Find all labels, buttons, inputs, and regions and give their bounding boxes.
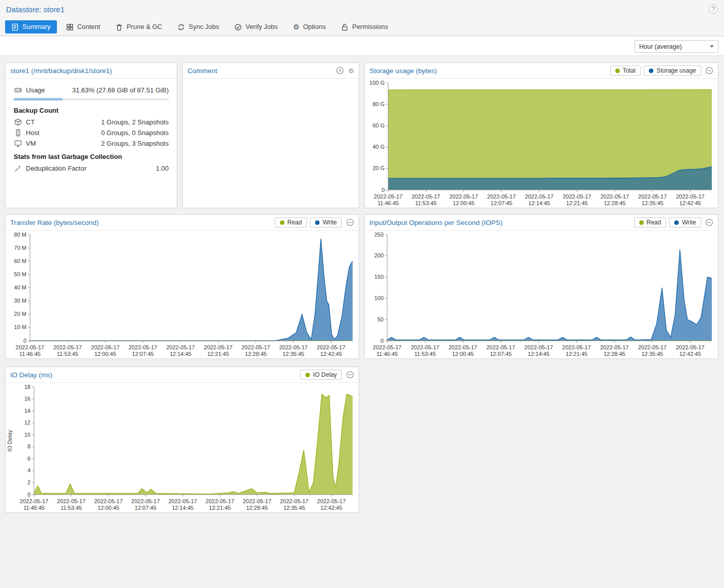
host-value: 0 Groups, 0 Snapshots (101, 129, 169, 137)
svg-text:12:28:45: 12:28:45 (246, 505, 268, 511)
gear-icon[interactable]: ⚙ (348, 67, 354, 75)
tab-options[interactable]: ⚙ Options (287, 20, 332, 34)
svg-text:16: 16 (24, 396, 30, 402)
svg-text:11:46:45: 11:46:45 (23, 505, 45, 511)
svg-text:8: 8 (27, 443, 30, 449)
transfer-rate-panel: Transfer Rate (bytes/second) ReadWrite 0… (5, 214, 359, 359)
chevron-down-icon (710, 45, 714, 48)
comment-body[interactable] (183, 79, 359, 207)
svg-text:12:35:45: 12:35:45 (641, 351, 663, 357)
legend-label: Write (323, 219, 337, 226)
svg-text:12:35:45: 12:35:45 (642, 200, 664, 206)
legend-item[interactable]: Total (610, 66, 641, 76)
tab-label: Prune & GC (127, 23, 162, 31)
storage-usage-chart: 020 G40 G60 G80 G100 G2022-05-1711:46:45… (365, 79, 718, 207)
chart-area: 0501001502002502022-05-1711:46:452022-05… (365, 231, 718, 360)
collapse-icon[interactable] (705, 67, 713, 75)
panel-header: store1 (/mnt/backup/disk1/store1) (6, 63, 177, 79)
timeframe-select[interactable]: Hour (average) (635, 40, 718, 53)
io-delay-chart: 0246810121416182022-05-1711:46:452022-05… (6, 383, 359, 512)
collapse-icon[interactable] (346, 371, 354, 379)
svg-text:2022-05-17: 2022-05-17 (94, 498, 122, 504)
legend-label: Total (623, 67, 636, 74)
tab-label: Content (77, 23, 101, 31)
legend-item[interactable]: Write (310, 217, 342, 227)
edit-chevron-icon[interactable] (336, 67, 344, 75)
svg-text:2022-05-17: 2022-05-17 (373, 344, 401, 350)
legend-item[interactable]: Storage usage (644, 66, 701, 76)
svg-text:12:14:45: 12:14:45 (170, 351, 192, 357)
legend-label: Storage usage (656, 67, 696, 74)
svg-text:2022-05-17: 2022-05-17 (131, 498, 160, 504)
panel-header: IO Delay (ms) IO Delay (6, 367, 359, 383)
svg-text:12:28:45: 12:28:45 (604, 200, 625, 206)
legend-item[interactable]: Read (275, 217, 307, 227)
magic-wand-icon (14, 165, 22, 172)
tab-prune-gc[interactable]: Prune & GC (109, 20, 168, 34)
svg-text:2022-05-17: 2022-05-17 (166, 344, 195, 350)
vm-monitor-icon (14, 140, 22, 147)
chart-legend: ReadWrite (634, 217, 701, 227)
svg-text:2022-05-17: 2022-05-17 (449, 193, 478, 200)
panel-title: Input/Output Operations per Second (IOPS… (369, 219, 634, 226)
collapse-icon[interactable] (346, 218, 354, 226)
svg-text:200: 200 (374, 252, 384, 258)
tab-content[interactable]: Content (60, 20, 107, 34)
svg-text:80 G: 80 G (372, 101, 385, 107)
ct-row: CT 1 Groups, 2 Snapshots (14, 117, 169, 127)
svg-text:2022-05-17: 2022-05-17 (600, 344, 628, 350)
svg-text:2022-05-17: 2022-05-17 (20, 498, 48, 504)
storage-usage-panel: Storage usage (bytes) TotalStorage usage… (364, 62, 718, 208)
svg-text:12:00:45: 12:00:45 (98, 505, 119, 511)
svg-text:10 M: 10 M (14, 324, 26, 330)
legend-item[interactable]: IO Delay (300, 370, 342, 380)
tab-summary[interactable]: Summary (5, 20, 57, 34)
tab-label: Options (303, 23, 326, 31)
svg-text:2022-05-17: 2022-05-17 (412, 193, 440, 200)
svg-text:IO Delay: IO Delay (7, 430, 13, 451)
collapse-icon[interactable] (705, 218, 713, 226)
timeframe-value: Hour (average) (639, 43, 682, 50)
summary-icon (11, 23, 19, 31)
tab-permissions[interactable]: Permissions (335, 20, 394, 34)
svg-text:2022-05-17: 2022-05-17 (91, 344, 119, 350)
usage-progress-fill (14, 98, 62, 101)
svg-text:2022-05-17: 2022-05-17 (374, 193, 402, 200)
panel-title: store1 (/mnt/backup/disk1/store1) (10, 67, 172, 75)
svg-text:2022-05-17: 2022-05-17 (204, 344, 232, 350)
legend-dot (674, 220, 679, 225)
tab-verify-jobs[interactable]: Verify Jobs (228, 20, 284, 34)
svg-text:2022-05-17: 2022-05-17 (524, 344, 553, 350)
iops-panel: Input/Output Operations per Second (IOPS… (364, 214, 718, 359)
tab-bar: Summary Content Prune & GC Sync Jobs Ver… (0, 18, 724, 36)
svg-text:2022-05-17: 2022-05-17 (129, 344, 157, 350)
svg-text:2022-05-17: 2022-05-17 (317, 498, 345, 504)
svg-text:14: 14 (24, 408, 30, 414)
io-delay-panel: IO Delay (ms) IO Delay 02468101214161820… (5, 367, 359, 513)
host-server-icon (14, 129, 22, 137)
svg-text:12:42:45: 12:42:45 (679, 200, 701, 206)
svg-text:12:21:45: 12:21:45 (566, 200, 588, 206)
legend-dot (280, 220, 285, 225)
usage-row: Usage 31.63% (27.68 GiB of 87.51 GiB) (14, 85, 169, 95)
svg-text:12:07:45: 12:07:45 (490, 351, 512, 357)
svg-text:0: 0 (382, 187, 385, 193)
chart-legend: ReadWrite (275, 217, 342, 227)
panel-title: Transfer Rate (bytes/second) (10, 219, 275, 226)
legend-item[interactable]: Read (634, 217, 667, 227)
svg-text:12:35:45: 12:35:45 (282, 351, 304, 357)
svg-text:2022-05-17: 2022-05-17 (638, 193, 667, 200)
svg-text:12:07:45: 12:07:45 (132, 351, 154, 357)
panel-header: Input/Output Operations per Second (IOPS… (365, 215, 718, 231)
tab-sync-jobs[interactable]: Sync Jobs (171, 20, 225, 34)
svg-text:11:46:45: 11:46:45 (377, 200, 399, 206)
panel-title: IO Delay (ms) (10, 371, 300, 379)
svg-text:0: 0 (23, 338, 26, 344)
legend-item[interactable]: Write (669, 217, 701, 227)
legend-dot (615, 69, 620, 73)
svg-text:12:14:45: 12:14:45 (172, 505, 194, 511)
svg-text:12:21:45: 12:21:45 (209, 505, 231, 511)
svg-text:2022-05-17: 2022-05-17 (601, 193, 629, 200)
panel-header: Storage usage (bytes) TotalStorage usage (365, 63, 718, 79)
help-icon[interactable]: ? (709, 5, 718, 14)
